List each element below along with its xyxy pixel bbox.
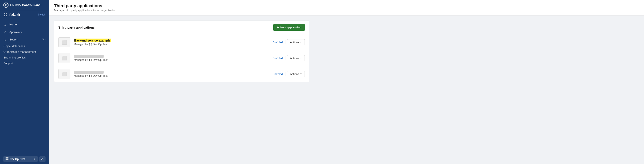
apps-panel: Third party applications ⊕ New applicati…	[54, 20, 309, 82]
svg-rect-14	[89, 60, 90, 61]
nav-label-search: Search	[9, 38, 18, 41]
approvals-icon: ✓	[4, 30, 7, 34]
sidebar-item-home[interactable]: ⌂ Home	[0, 21, 49, 28]
divider-3	[285, 72, 286, 76]
table-row: ⬜ Managed by	[54, 50, 309, 66]
sidebar-item-object-databases[interactable]: Object databases	[0, 43, 49, 49]
svg-rect-17	[90, 75, 92, 76]
managed-icon-1	[89, 43, 92, 46]
app-info-2: Managed by Dev Opi Test	[74, 55, 269, 62]
actions-chevron-icon-3: ▼	[300, 73, 302, 75]
home-icon: ⌂	[4, 23, 7, 26]
sidebar-brand: F Foundry Control Panel	[4, 2, 46, 8]
app-info-1: Backend service example Managed by	[74, 39, 269, 46]
org-icon	[4, 12, 8, 17]
search-icon: ⌕	[4, 38, 7, 41]
svg-rect-10	[89, 45, 90, 46]
image-placeholder-icon: ⬜	[62, 71, 67, 77]
gear-icon: ⚙	[41, 158, 44, 161]
svg-rect-5	[7, 158, 8, 159]
divider-1	[285, 40, 286, 44]
svg-rect-16	[89, 75, 90, 76]
app-name-placeholder-2	[74, 55, 104, 58]
footer-chevron-icon: ▼	[34, 158, 36, 160]
apps-panel-header: Third party applications ⊕ New applicati…	[54, 21, 309, 34]
svg-rect-1	[6, 13, 7, 14]
app-name-placeholder-3	[74, 71, 104, 74]
image-placeholder-icon: ⬜	[62, 40, 67, 45]
switch-button[interactable]: Switch	[38, 13, 46, 16]
svg-rect-6	[6, 159, 7, 160]
search-shortcut: ⌘J	[42, 38, 46, 41]
org-name: Palantir	[9, 13, 20, 16]
managed-icon-2	[89, 59, 92, 62]
svg-rect-2	[4, 15, 5, 16]
app-row-right-1: Enabled Actions ▼	[273, 39, 305, 45]
apps-panel-title: Third party applications	[58, 26, 95, 29]
main-content: Third party applications Manage third pa…	[49, 0, 644, 164]
sidebar-footer: Dev Opi Test ▼ ⚙	[0, 154, 49, 164]
page-header: Third party applications Manage third pa…	[49, 0, 644, 15]
actions-chevron-icon-1: ▼	[300, 41, 302, 43]
app-row-right-2: Enabled Actions ▼	[273, 55, 305, 61]
sidebar-item-support[interactable]: Support	[0, 60, 49, 66]
table-row: ⬜ Backend service example Managed by	[54, 34, 309, 50]
actions-button-2[interactable]: Actions ▼	[287, 55, 305, 61]
actions-chevron-icon-2: ▼	[300, 57, 302, 59]
sidebar-item-approvals[interactable]: ✓ Approvals	[0, 28, 49, 36]
app-managed-by-2: Managed by Dev Opi Test	[74, 59, 269, 62]
app-managed-by-3: Managed by Dev Opi Test	[74, 74, 269, 77]
svg-rect-12	[89, 59, 90, 60]
page-title: Third party applications	[54, 3, 639, 8]
footer-org-name: Dev Opi Test	[10, 158, 32, 161]
managed-icon-3	[89, 74, 92, 77]
app-thumbnail-1: ⬜	[58, 37, 70, 47]
brand-icon: F	[4, 2, 8, 8]
app-thumbnail-3: ⬜	[58, 69, 70, 79]
sidebar-item-search[interactable]: ⌕ Search ⌘J	[0, 36, 49, 43]
svg-rect-18	[89, 76, 90, 77]
sidebar-item-streaming-profiles[interactable]: Streaming profiles	[0, 55, 49, 60]
actions-button-3[interactable]: Actions ▼	[287, 71, 305, 77]
divider-2	[285, 56, 286, 60]
image-placeholder-icon: ⬜	[62, 56, 67, 61]
app-status-3: Enabled	[273, 73, 283, 76]
svg-rect-13	[90, 59, 92, 60]
svg-rect-19	[90, 76, 92, 77]
footer-org-icon	[6, 157, 8, 161]
new-app-plus-icon: ⊕	[277, 26, 279, 29]
actions-button-1[interactable]: Actions ▼	[287, 39, 305, 45]
svg-rect-4	[6, 158, 7, 159]
svg-rect-7	[7, 159, 8, 160]
footer-gear-button[interactable]: ⚙	[39, 156, 46, 162]
page-content-area: Third party applications ⊕ New applicati…	[49, 15, 644, 164]
nav-label-approvals: Approvals	[9, 30, 22, 34]
svg-rect-9	[90, 43, 92, 44]
page-subtitle: Manage third party applications for an o…	[54, 9, 639, 12]
sidebar-org: Palantir Switch	[0, 10, 49, 19]
app-status-1: Enabled	[273, 41, 283, 44]
svg-rect-0	[4, 13, 5, 14]
app-info-3: Managed by Dev Opi Test	[74, 71, 269, 77]
app-status-2: Enabled	[273, 57, 283, 60]
sidebar-nav: ⌂ Home ✓ Approvals ⌕ Search ⌘J Object da…	[0, 19, 49, 154]
app-row-right-3: Enabled Actions ▼	[273, 71, 305, 77]
org-info: Palantir	[4, 12, 20, 17]
sidebar: F Foundry Control Panel Palantir Switch …	[0, 0, 49, 164]
brand-label: Foundry Control Panel	[10, 3, 41, 7]
sidebar-item-organization-management[interactable]: Organization management	[0, 49, 49, 55]
sidebar-header: F Foundry Control Panel	[0, 0, 49, 10]
svg-rect-8	[89, 43, 90, 44]
app-name-1: Backend service example	[74, 39, 269, 42]
svg-rect-15	[90, 60, 92, 61]
nav-label-home: Home	[9, 23, 17, 26]
app-thumbnail-2: ⬜	[58, 53, 70, 63]
new-application-button[interactable]: ⊕ New application	[273, 24, 305, 31]
svg-rect-3	[6, 15, 7, 16]
app-managed-by-1: Managed by Dev Opi Test	[74, 43, 269, 46]
footer-org-selector[interactable]: Dev Opi Test ▼	[4, 156, 38, 162]
svg-rect-11	[90, 45, 92, 46]
table-row: ⬜ Managed by	[54, 66, 309, 82]
